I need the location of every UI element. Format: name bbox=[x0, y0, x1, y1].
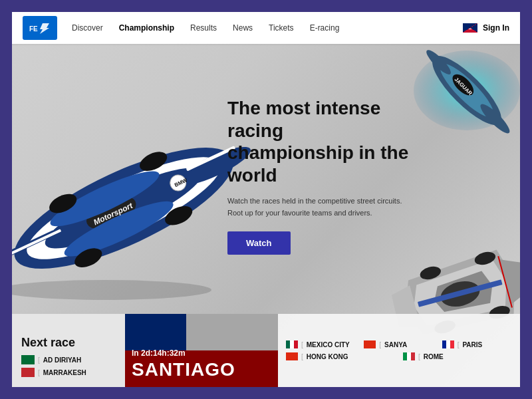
nav-links: Discover Championship Results News Ticke… bbox=[70, 21, 463, 35]
race-name-sanya: SANYA bbox=[384, 341, 407, 348]
next-race-bar: Next race [ AD DIRIYAH [ MARRAKESH bbox=[12, 314, 520, 387]
santiago-featured[interactable]: In 2d:14h:32m SANTIAGO bbox=[125, 314, 278, 387]
flag-hongkong bbox=[286, 352, 298, 360]
race-item-marrakesh[interactable]: [ MARRAKESH bbox=[21, 368, 116, 377]
right-races-panel: [ MEXICO CITY [ SANYA [ PARIS bbox=[278, 314, 520, 387]
nav-right: Sign In bbox=[463, 23, 509, 33]
next-race-panel: Next race [ AD DIRIYAH [ MARRAKESH bbox=[12, 314, 125, 387]
race-item-mexico[interactable]: [ MEXICO CITY bbox=[286, 340, 356, 348]
hero-section: Motorsport BMW bbox=[12, 44, 520, 387]
race-item-ad-diriyah[interactable]: [ AD DIRIYAH bbox=[21, 355, 116, 364]
hero-title: The most intense racing championship in … bbox=[227, 97, 414, 186]
sign-in-button[interactable]: Sign In bbox=[483, 23, 509, 33]
right-races-row-2: [ HONG KONG [ ROME bbox=[286, 352, 512, 360]
navbar: FE Discover Championship Results News Ti… bbox=[12, 12, 520, 44]
nav-championship[interactable]: Championship bbox=[118, 21, 176, 35]
race-item-paris[interactable]: [ PARIS bbox=[442, 340, 512, 348]
nav-results[interactable]: Results bbox=[189, 21, 218, 35]
nav-tickets[interactable]: Tickets bbox=[267, 21, 295, 35]
hero-description: Watch the races held in the competitive … bbox=[227, 196, 414, 219]
logo[interactable]: FE bbox=[23, 16, 57, 40]
santiago-text: In 2d:14h:32m SANTIAGO bbox=[132, 348, 271, 380]
race-name-rome: ROME bbox=[424, 353, 444, 360]
race-item-hongkong[interactable]: [ HONG KONG bbox=[286, 352, 395, 360]
santiago-countdown: In 2d:14h:32m bbox=[132, 348, 271, 358]
race-name-paris: PARIS bbox=[462, 341, 482, 348]
watch-button[interactable]: Watch bbox=[227, 231, 291, 255]
flag-mexico bbox=[286, 340, 298, 348]
car-right-top: JAGUAR bbox=[400, 37, 520, 144]
nav-news[interactable]: News bbox=[231, 21, 254, 35]
hero-text-block: The most intense racing championship in … bbox=[227, 97, 414, 255]
race-item-sanya[interactable]: [ SANYA bbox=[364, 340, 434, 348]
outer-frame: FE Discover Championship Results News Ti… bbox=[0, 0, 532, 399]
race-name-mexico: MEXICO CITY bbox=[307, 341, 350, 348]
svg-point-18 bbox=[12, 280, 211, 300]
language-flag[interactable] bbox=[463, 23, 477, 33]
nav-discover[interactable]: Discover bbox=[70, 21, 104, 35]
race-name-hongkong: HONG KONG bbox=[307, 353, 348, 360]
right-races-row-1: [ MEXICO CITY [ SANYA [ PARIS bbox=[286, 340, 512, 348]
flag-china bbox=[364, 340, 376, 348]
race-name-ad-diriyah: AD DIRIYAH bbox=[43, 356, 81, 364]
flag-italy bbox=[403, 352, 415, 360]
race-item-rome[interactable]: [ ROME bbox=[403, 352, 512, 360]
race-name-marrakesh: MARRAKESH bbox=[43, 369, 86, 376]
svg-text:FE: FE bbox=[29, 25, 38, 33]
next-race-title: Next race bbox=[21, 336, 116, 350]
nav-eracing[interactable]: E-racing bbox=[309, 21, 341, 35]
santiago-city: SANTIAGO bbox=[132, 359, 271, 380]
page: FE Discover Championship Results News Ti… bbox=[12, 12, 520, 387]
flag-saudi bbox=[21, 355, 35, 364]
flag-morocco bbox=[21, 368, 35, 377]
flag-france bbox=[442, 340, 454, 348]
